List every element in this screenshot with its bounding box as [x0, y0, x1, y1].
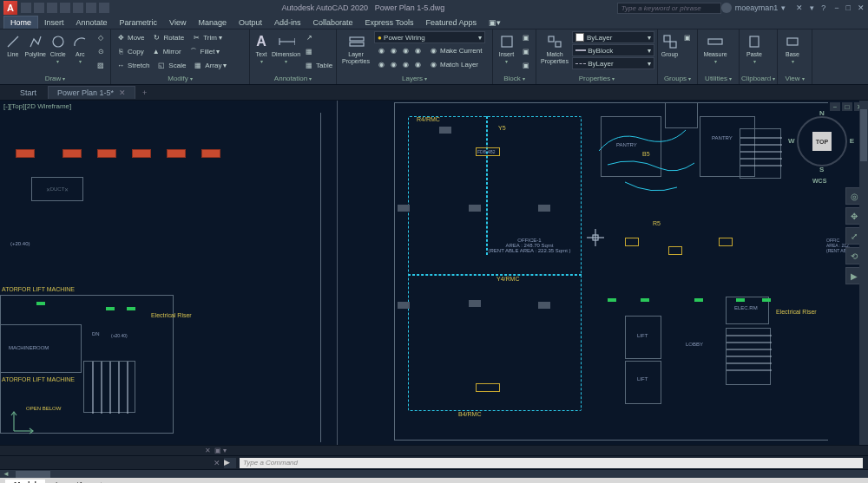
linetype-dropdown[interactable]: ByLayer▾: [572, 57, 654, 69]
minimize-button[interactable]: −: [834, 3, 838, 12]
horizontal-scrollbar[interactable]: ◄: [0, 469, 868, 478]
layer-dropdown[interactable]: ● Power Wiring▾: [374, 31, 485, 43]
color-dropdown[interactable]: ByLayer▾: [572, 31, 654, 43]
draw-extra-3[interactable]: ▨: [94, 59, 108, 72]
command-input[interactable]: Type a Command: [240, 458, 863, 468]
ucs-icon[interactable]: [10, 408, 36, 434]
tab-annotate[interactable]: Annotate: [70, 16, 114, 29]
viewcube-e[interactable]: E: [850, 137, 854, 145]
draw-extra-1[interactable]: ◇: [94, 31, 108, 44]
search-input[interactable]: Type a keyword or phrase: [617, 3, 721, 14]
insert-tool[interactable]: Insert▾: [496, 30, 517, 64]
tab-featuredapps[interactable]: Featured Apps: [419, 16, 483, 29]
trim-tool[interactable]: ✂Trim▾: [189, 31, 224, 44]
measure-tool[interactable]: Measure▾: [700, 30, 730, 64]
qat-new-icon[interactable]: [21, 3, 31, 13]
exchange-icon[interactable]: ✕: [796, 3, 803, 12]
text-tool[interactable]: AText▾: [253, 30, 270, 64]
copy-tool[interactable]: ⎘Copy: [114, 45, 146, 58]
panel-title-draw[interactable]: Draw: [3, 73, 108, 83]
layouttab-add[interactable]: +: [94, 480, 108, 484]
paste-tool[interactable]: Paste▾: [742, 30, 766, 64]
viewcube-face[interactable]: TOP: [812, 132, 832, 151]
qat-undo-icon[interactable]: [86, 3, 96, 13]
layouttab-layout1[interactable]: Layout1: [47, 480, 92, 484]
stretch-tool[interactable]: ↔Stretch: [114, 59, 151, 72]
leader-tool[interactable]: ↗: [302, 31, 334, 44]
user-menu[interactable]: moeayman1 ▾: [721, 3, 786, 13]
scale-tool[interactable]: ◱Scale: [155, 59, 187, 72]
match-layer-tool[interactable]: ◉Match Layer: [426, 58, 480, 71]
fillet-tool[interactable]: ⌒Fillet▾: [187, 45, 222, 58]
qat-save-icon[interactable]: [47, 3, 57, 13]
line-tool[interactable]: Line: [3, 30, 23, 58]
group-ex[interactable]: ▣: [681, 31, 694, 44]
tab-collaborate[interactable]: Collaborate: [307, 16, 359, 29]
group-tool[interactable]: Group: [661, 30, 679, 58]
viewcube-w[interactable]: W: [788, 137, 795, 145]
cmd-close-icon[interactable]: ✕: [214, 459, 220, 467]
viewcube-n[interactable]: N: [819, 109, 825, 117]
panel-title-modify[interactable]: Modify: [114, 73, 247, 83]
maximize-button[interactable]: □: [846, 3, 851, 12]
draw-extra-2[interactable]: ⊙: [94, 45, 108, 58]
tab-expresstools[interactable]: Express Tools: [359, 16, 420, 29]
panel-title-groups[interactable]: Groups: [661, 73, 694, 83]
app-logo[interactable]: A: [3, 1, 17, 15]
xref-close-icon[interactable]: ✕: [205, 447, 211, 454]
help-dropdown-icon[interactable]: ▾: [810, 3, 814, 12]
dimension-tool[interactable]: Dimension▾: [272, 30, 300, 64]
tab-addins[interactable]: Add-ins: [268, 16, 307, 29]
help-icon[interactable]: ?: [821, 3, 825, 12]
block-ex1[interactable]: ▣: [519, 31, 533, 44]
canvas-maximize[interactable]: □: [842, 102, 852, 111]
lineweight-dropdown[interactable]: ByBlock▾: [572, 44, 654, 56]
panel-title-properties[interactable]: Properties: [539, 73, 654, 83]
tab-insert[interactable]: Insert: [38, 16, 70, 29]
close-button[interactable]: ✕: [858, 3, 865, 12]
panel-title-clipboard[interactable]: Clipboard: [742, 73, 774, 83]
viewcube-s[interactable]: S: [819, 166, 824, 173]
viewport-label[interactable]: [-][Top][2D Wireframe]: [3, 102, 71, 110]
tab-expand-icon[interactable]: ▣▾: [483, 16, 507, 29]
match-properties-tool[interactable]: Match Properties: [539, 30, 570, 64]
layer-properties-tool[interactable]: Layer Properties: [339, 30, 372, 64]
viewcube[interactable]: TOP N E S W WCS: [792, 111, 852, 172]
qat-saveas-icon[interactable]: [60, 3, 70, 13]
move-tool[interactable]: ✥Move: [114, 31, 147, 44]
make-current-tool[interactable]: ◉Make Current: [426, 44, 483, 57]
qat-open-icon[interactable]: [34, 3, 44, 13]
polyline-tool[interactable]: Polyline: [25, 30, 47, 58]
circle-tool[interactable]: Circle▾: [48, 30, 69, 64]
mirror-tool[interactable]: ▲Mirror: [149, 45, 183, 58]
block-ex3[interactable]: ▣: [519, 59, 533, 72]
filetab-start[interactable]: Start: [10, 86, 46, 100]
tab-parametric[interactable]: Parametric: [114, 16, 164, 29]
panel-title-utilities[interactable]: Utilities: [700, 73, 736, 83]
rotate-tool[interactable]: ↻Rotate: [150, 31, 187, 44]
layer-icons-row[interactable]: ◉◉◉◉: [374, 44, 424, 57]
annot-extra[interactable]: ▦: [302, 45, 334, 58]
canvas-vscroll[interactable]: [859, 101, 868, 445]
viewcube-wcs[interactable]: WCS: [812, 178, 826, 184]
panel-title-layers[interactable]: Layers: [339, 73, 490, 83]
table-tool[interactable]: ▦Table: [302, 59, 334, 72]
qat-redo-icon[interactable]: [99, 3, 109, 13]
base-tool[interactable]: Base▾: [780, 30, 805, 64]
layer-icons-row2[interactable]: ◉◉◉◉: [374, 58, 424, 71]
tab-view[interactable]: View: [163, 16, 192, 29]
canvas-minimize[interactable]: −: [830, 102, 840, 111]
tab-manage[interactable]: Manage: [192, 16, 233, 29]
tab-output[interactable]: Output: [233, 16, 268, 29]
xref-inputs[interactable]: ▣ ▾: [214, 447, 227, 454]
drawing-canvas[interactable]: [-][Top][2D Wireframe] − □ ✕ ✕ DUCT ✕ MA…: [0, 101, 868, 445]
hscroll-thumb[interactable]: [16, 471, 50, 478]
panel-title-annotation[interactable]: Annotation: [253, 73, 333, 83]
qat-plot-icon[interactable]: [73, 3, 83, 13]
arc-tool[interactable]: Arc▾: [70, 30, 91, 64]
close-icon[interactable]: ✕: [119, 88, 126, 97]
panel-title-block[interactable]: Block: [496, 73, 533, 83]
block-ex2[interactable]: ▣: [519, 45, 533, 58]
filetab-drawing[interactable]: Power Plan 1-5*✕: [48, 86, 135, 99]
cmd-prompt-icon[interactable]: ▶: [224, 458, 236, 468]
